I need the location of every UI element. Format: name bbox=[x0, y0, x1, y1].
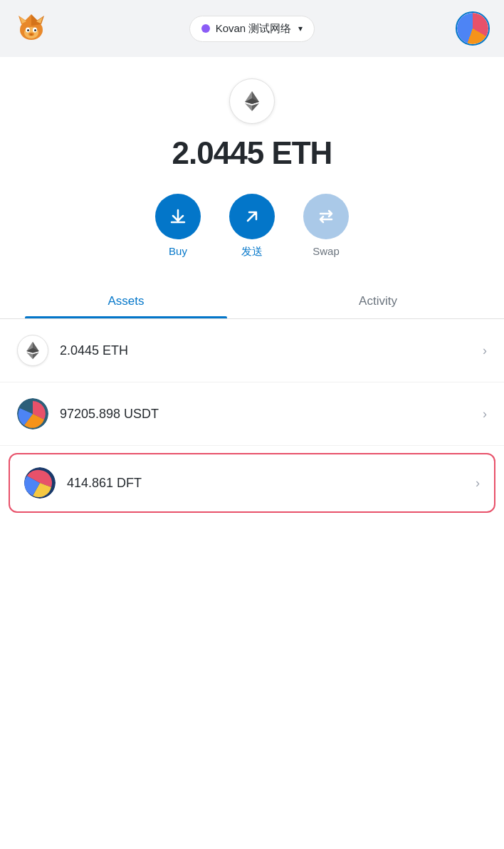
svg-point-9 bbox=[30, 33, 33, 36]
send-icon bbox=[242, 207, 262, 226]
swap-button-wrap[interactable]: Swap bbox=[303, 194, 349, 257]
asset-item-dft[interactable]: 414.861 DFT › bbox=[9, 453, 495, 513]
asset-item-eth[interactable]: 2.0445 ETH › bbox=[0, 319, 504, 382]
usdt-asset-name: 97205.898 USDT bbox=[60, 407, 483, 422]
download-icon bbox=[168, 207, 188, 226]
dft-asset-name: 414.861 DFT bbox=[67, 476, 476, 491]
svg-marker-22 bbox=[33, 353, 39, 360]
asset-list: 2.0445 ETH › 97205.898 USDT › bbox=[0, 319, 504, 520]
usdt-icon-svg bbox=[17, 398, 48, 429]
eth-balance: 2.0445 ETH bbox=[172, 135, 332, 171]
network-status-dot bbox=[201, 24, 210, 33]
chevron-right-icon: › bbox=[476, 476, 480, 491]
avatar[interactable] bbox=[456, 11, 490, 46]
tabs-container: Assets Activity bbox=[0, 284, 504, 319]
dft-icon-svg bbox=[24, 467, 56, 499]
send-button[interactable] bbox=[229, 194, 275, 239]
svg-marker-16 bbox=[245, 103, 252, 111]
avatar-color bbox=[457, 13, 488, 44]
asset-item-usdt[interactable]: 97205.898 USDT › bbox=[0, 382, 504, 446]
buy-button-wrap[interactable]: Buy bbox=[155, 194, 201, 257]
svg-marker-17 bbox=[252, 103, 259, 111]
header: Kovan 测试网络 ▾ bbox=[0, 0, 504, 57]
tab-assets[interactable]: Assets bbox=[0, 284, 252, 318]
swap-icon bbox=[316, 207, 336, 226]
buy-button[interactable] bbox=[155, 194, 201, 239]
swap-label: Swap bbox=[313, 245, 340, 257]
svg-point-7 bbox=[34, 29, 36, 31]
eth-diamond-icon bbox=[23, 340, 43, 360]
network-name-label: Kovan 测试网络 bbox=[216, 22, 292, 36]
chevron-right-icon: › bbox=[483, 343, 487, 358]
network-selector[interactable]: Kovan 测试网络 ▾ bbox=[189, 16, 315, 42]
main-content: 2.0445 ETH Buy 发送 bbox=[0, 57, 504, 849]
svg-point-6 bbox=[27, 29, 29, 31]
send-button-wrap[interactable]: 发送 bbox=[229, 194, 275, 259]
dft-token-icon bbox=[24, 467, 56, 499]
chevron-right-icon: › bbox=[483, 407, 487, 422]
eth-token-icon bbox=[17, 335, 48, 366]
buy-label: Buy bbox=[169, 245, 187, 257]
usdt-token-icon bbox=[17, 398, 48, 429]
tab-activity[interactable]: Activity bbox=[252, 284, 504, 318]
metamask-logo bbox=[14, 10, 48, 47]
swap-button[interactable] bbox=[303, 194, 349, 239]
eth-logo-icon bbox=[229, 78, 275, 124]
action-buttons-group: Buy 发送 Swap bbox=[155, 194, 349, 259]
svg-marker-21 bbox=[26, 353, 33, 360]
eth-asset-name: 2.0445 ETH bbox=[60, 343, 483, 358]
send-label: 发送 bbox=[241, 245, 263, 259]
chevron-down-icon: ▾ bbox=[298, 24, 303, 33]
